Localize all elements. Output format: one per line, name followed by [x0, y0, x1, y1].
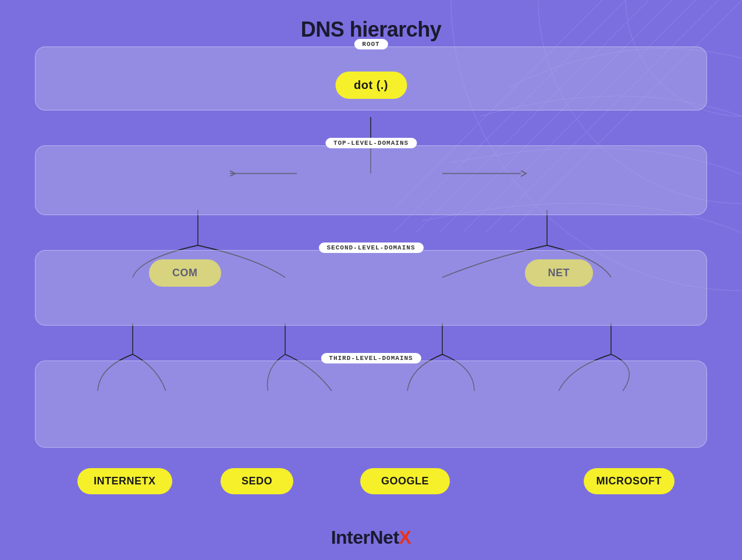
node-sedo: SEDO	[221, 468, 293, 494]
node-google: GOOGLE	[360, 468, 450, 494]
brand-footer: InterNetX	[331, 527, 411, 548]
tier-root: ROOT dot (.)	[35, 47, 707, 110]
tier-root-label: ROOT	[354, 39, 388, 49]
brand-text-normal: InterNet	[331, 527, 399, 548]
tier-sld-label: SECOND-LEVEL-DOMAINS	[318, 242, 423, 253]
node-microsoft: MICROSOFT	[584, 468, 675, 494]
tier-tld: TOP-LEVEL-DOMAINS COM NET	[35, 145, 707, 215]
node-dot: dot (.)	[335, 72, 407, 99]
node-internetx: INTERNETX	[77, 468, 172, 494]
tier-sld: SECOND-LEVEL-DOMAINS INTERNETX SEDO GOOG…	[35, 250, 707, 326]
tier-thld-label: THIRD-LEVEL-DOMAINS	[321, 353, 421, 363]
diagram-area: ROOT dot (.) TOP-LEVEL-DOMAINS COM NET S…	[35, 47, 707, 502]
tier-tld-label: TOP-LEVEL-DOMAINS	[325, 138, 417, 148]
tier-thld: THIRD-LEVEL-DOMAINS WWW MAIL WWW APP WWW…	[35, 361, 707, 448]
brand-text-accent: X	[399, 527, 411, 548]
